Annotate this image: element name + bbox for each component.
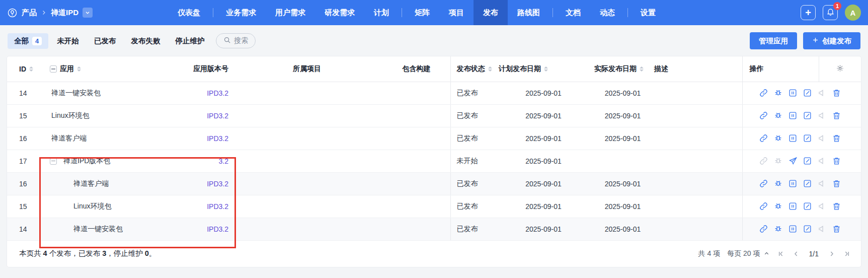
bug-icon[interactable] xyxy=(773,224,783,234)
trash-icon[interactable] xyxy=(832,179,841,188)
table-row: 16禅道客户端IPD3.2已发布2025-09-012025-09-01 xyxy=(7,172,861,195)
bug-icon[interactable] xyxy=(773,201,783,211)
last-page-button[interactable] xyxy=(843,250,851,258)
version-link[interactable]: IPD3.2 xyxy=(207,202,228,211)
app-name: Linux环境包 xyxy=(50,202,111,211)
filter-tabs: 全部4未开始已发布发布失败停止维护 xyxy=(8,33,211,49)
link-icon[interactable] xyxy=(759,88,768,98)
column-header-id[interactable]: ID xyxy=(7,56,47,82)
nav-item-settings[interactable]: 设置 xyxy=(631,0,665,25)
pause-icon[interactable] xyxy=(788,133,798,143)
pause-icon[interactable] xyxy=(788,179,798,188)
breadcrumb-product[interactable]: 禅道IPD xyxy=(51,8,78,18)
pause-icon[interactable] xyxy=(788,224,798,234)
version-link[interactable]: IPD3.2 xyxy=(207,225,228,233)
search-placeholder: 搜索 xyxy=(234,36,248,45)
column-header-plan[interactable]: 计划发布日期 xyxy=(496,56,591,82)
first-page-button[interactable] xyxy=(777,250,785,258)
manage-app-button[interactable]: 管理应用 xyxy=(750,32,797,49)
page-indicator: 1/1 xyxy=(809,250,819,258)
nav-item-user-requirement[interactable]: 用户需求 xyxy=(266,0,315,25)
trash-icon[interactable] xyxy=(832,133,841,143)
send-icon[interactable] xyxy=(788,156,798,166)
nav-item-business-requirement[interactable]: 业务需求 xyxy=(216,0,266,25)
avatar[interactable]: A xyxy=(845,5,861,21)
version-link[interactable]: 3.2 xyxy=(219,157,228,165)
search-input[interactable]: 搜索 xyxy=(216,33,256,48)
nav-item-release[interactable]: 发布 xyxy=(474,0,508,25)
trash-icon[interactable] xyxy=(832,201,841,211)
version-link[interactable]: IPD3.2 xyxy=(207,89,228,97)
pause-icon[interactable] xyxy=(788,88,798,98)
cell-actual-date: 2025-09-01 xyxy=(591,195,654,218)
nav-item-project[interactable]: 项目 xyxy=(439,0,474,25)
link-icon[interactable] xyxy=(759,224,768,234)
version-link[interactable]: IPD3.2 xyxy=(207,112,228,120)
filter-tab-all[interactable]: 全部4 xyxy=(8,33,48,49)
edit-icon[interactable] xyxy=(803,156,812,166)
column-header-status[interactable]: 发布状态 xyxy=(450,56,496,82)
pause-icon[interactable] xyxy=(788,111,798,120)
version-link[interactable]: IPD3.2 xyxy=(207,180,228,188)
edit-icon[interactable] xyxy=(803,224,812,234)
bug-icon[interactable] xyxy=(773,133,783,143)
breadcrumb-section[interactable]: 产品 xyxy=(22,8,37,18)
filter-tab-not-started[interactable]: 未开始 xyxy=(50,33,86,49)
version-link[interactable]: IPD3.2 xyxy=(207,134,228,143)
edit-icon[interactable] xyxy=(803,88,812,98)
nav-item-dashboard[interactable]: 仪表盘 xyxy=(168,0,210,25)
cell-actions xyxy=(742,104,861,127)
nav-item-roadmap[interactable]: 路线图 xyxy=(508,0,549,25)
nav-item-doc[interactable]: 文档 xyxy=(556,0,590,25)
table-header-row: ID应用应用版本号所属项目包含构建发布状态计划发布日期实际发布日期描述操作 xyxy=(7,56,861,82)
nav-item-dynamic[interactable]: 动态 xyxy=(590,0,624,25)
cell-actions xyxy=(742,150,861,172)
nav-item-plan[interactable]: 计划 xyxy=(364,0,399,25)
cell-version: IPD3.2 xyxy=(166,82,231,104)
nav-item-matrix[interactable]: 矩阵 xyxy=(405,0,439,25)
bug-icon[interactable] xyxy=(773,179,783,188)
column-header-app[interactable]: 应用 xyxy=(47,56,166,82)
cell-description xyxy=(654,127,742,150)
notification-bell-button[interactable]: 1 xyxy=(823,5,838,20)
column-header-actual[interactable]: 实际发布日期 xyxy=(591,56,654,82)
filter-tab-failed[interactable]: 发布失败 xyxy=(124,33,167,49)
cell-actions xyxy=(742,195,861,218)
product-switch-caret[interactable] xyxy=(83,8,93,18)
table-settings-button[interactable] xyxy=(819,56,861,82)
summary-text: 4 xyxy=(43,249,47,257)
bug-icon[interactable] xyxy=(773,88,783,98)
cell-status: 已发布 xyxy=(450,127,496,150)
link-icon[interactable] xyxy=(759,111,768,120)
edit-icon[interactable] xyxy=(803,133,812,143)
edit-icon[interactable] xyxy=(803,111,812,120)
page-summary: 本页共 4 个发布，已发布 3，停止维护 0。 xyxy=(19,249,156,258)
trash-icon[interactable] xyxy=(832,111,841,120)
create-release-button[interactable]: 创建发布 xyxy=(803,32,860,49)
cell-description xyxy=(654,82,742,104)
cell-actual-date: 2025-09-01 xyxy=(591,172,654,195)
prev-page-button[interactable] xyxy=(792,250,800,258)
link-icon[interactable] xyxy=(759,201,768,211)
trash-icon[interactable] xyxy=(832,156,841,166)
nav-item-dev-requirement[interactable]: 研发需求 xyxy=(315,0,364,25)
cell-version: IPD3.2 xyxy=(166,172,231,195)
summary-text: 0 xyxy=(145,249,149,257)
filter-tab-stopped[interactable]: 停止维护 xyxy=(169,33,211,49)
bug-icon[interactable] xyxy=(773,111,783,120)
create-plus-button[interactable]: + xyxy=(801,5,816,20)
link-icon[interactable] xyxy=(759,133,768,143)
collapse-row-icon[interactable] xyxy=(50,158,57,165)
trash-icon[interactable] xyxy=(832,224,841,234)
edit-icon[interactable] xyxy=(803,179,812,188)
link-icon[interactable] xyxy=(759,179,768,188)
per-page-select[interactable]: 每页 20 项 xyxy=(727,249,769,258)
cell-plan-date: 2025-09-01 xyxy=(496,172,591,195)
next-page-button[interactable] xyxy=(828,250,836,258)
edit-icon[interactable] xyxy=(803,201,812,211)
nav-divider xyxy=(553,8,553,17)
collapse-all-icon[interactable] xyxy=(50,65,57,73)
trash-icon[interactable] xyxy=(832,88,841,98)
filter-tab-released[interactable]: 已发布 xyxy=(88,33,123,49)
pause-icon[interactable] xyxy=(788,201,798,211)
